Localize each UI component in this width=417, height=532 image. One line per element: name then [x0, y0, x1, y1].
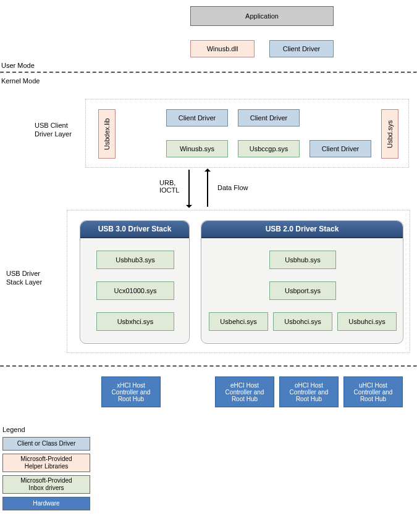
mode-divider — [0, 72, 417, 73]
client-driver-top-box: Client Driver — [269, 40, 334, 57]
data-flow-label: Data Flow — [217, 184, 248, 191]
usbccgp-sys-box: Usbccgp.sys — [238, 140, 300, 157]
winusb-sys-box: Winusb.sys — [166, 140, 228, 157]
usbuhci-box: Usbuhci.sys — [337, 312, 397, 331]
usbxhci-box: Usbxhci.sys — [96, 312, 174, 331]
usb20-header: USB 2.0 Driver Stack — [201, 221, 403, 238]
client-layer-label: USB Client Driver Layer — [35, 121, 84, 139]
legend-client: Client or Class Driver — [2, 437, 90, 451]
usbdex-lib-box: Usbdex.lib — [98, 109, 116, 159]
client-driver-2-box: Client Driver — [238, 109, 300, 127]
legend-inbox: Microsoft-Provided Inbox drivers — [2, 475, 90, 494]
legend-title: Legend — [2, 426, 25, 433]
client-driver-3-box: Client Driver — [310, 140, 371, 157]
usb30-header: USB 3.0 Driver Stack — [80, 221, 189, 238]
stack-layer-container: USB 3.0 Driver Stack Usbhub3.sys Ucx0100… — [67, 210, 410, 353]
usbohci-box: Usbohci.sys — [273, 312, 332, 331]
uhci-controller-box: uHCI Host Controller and Root Hub — [343, 376, 403, 407]
application-box: Application — [190, 6, 334, 26]
ehci-controller-box: eHCI Host Controller and Root Hub — [215, 376, 274, 407]
usbehci-box: Usbehci.sys — [209, 312, 268, 331]
urb-ioctl-label: URB, IOCTL — [159, 179, 179, 194]
data-flow-arrow — [207, 170, 208, 207]
client-layer-container: Usbdex.lib Client Driver Client Driver W… — [85, 99, 409, 168]
legend-helper: Microsoft-Provided Helper Libraries — [2, 454, 90, 472]
usbport-box: Usbport.sys — [269, 281, 336, 300]
stack-layer-label: USB Driver Stack Layer — [6, 269, 62, 287]
urb-ioctl-arrow — [188, 170, 190, 207]
ucx01000-box: Ucx01000.sys — [96, 281, 174, 300]
client-driver-1-box: Client Driver — [166, 109, 228, 127]
user-mode-label: User Mode — [1, 62, 35, 69]
usbd-sys-box: Usbd.sys — [381, 109, 398, 159]
usb30-panel: USB 3.0 Driver Stack Usbhub3.sys Ucx0100… — [80, 220, 190, 344]
usb20-panel: USB 2.0 Driver Stack Usbhub.sys Usbport.… — [201, 220, 403, 344]
winusb-dll-box: Winusb.dll — [190, 40, 255, 57]
kernel-mode-label: Kernel Mode — [1, 77, 40, 85]
hw-divider — [0, 365, 417, 367]
usbhub3-box: Usbhub3.sys — [96, 251, 174, 269]
ohci-controller-box: oHCI Host Controller and Root Hub — [279, 376, 339, 407]
usbhub-box: Usbhub.sys — [269, 251, 336, 269]
legend-hardware: Hardware — [2, 497, 90, 510]
xhci-controller-box: xHCI Host Controller and Root Hub — [101, 376, 161, 407]
